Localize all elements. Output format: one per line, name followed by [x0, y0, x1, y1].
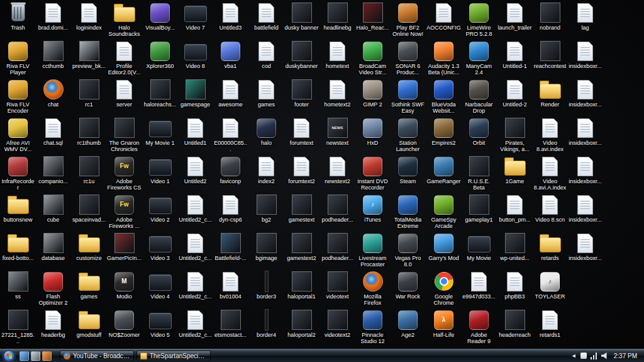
desktop-icon[interactable]: battlefield	[249, 1, 284, 31]
desktop-icon[interactable]: Station Launcher	[391, 116, 425, 152]
desktop-icon[interactable]: GameSpy Arcade	[426, 193, 461, 229]
desktop-icon[interactable]: ♪TOYLASER	[533, 270, 567, 300]
desktop-icon[interactable]: Video 7	[178, 1, 213, 31]
desktop-icon[interactable]: lag	[568, 1, 602, 31]
desktop-icon[interactable]: fixed-botto...	[1, 232, 35, 261]
desktop-icon[interactable]: haloportal1	[284, 270, 319, 300]
desktop-icon[interactable]: Afree AVI WMV DV...	[1, 116, 35, 152]
desktop-icon[interactable]: Untitled2_c...	[178, 270, 213, 300]
desktop-icon[interactable]: retards1	[533, 308, 567, 338]
desktop-icon[interactable]: faviconp	[213, 155, 248, 184]
desktop-icon[interactable]: Instant DVD Recorder	[355, 155, 390, 191]
desktop-icon[interactable]: insidexboxr...	[568, 193, 602, 223]
desktop-icon[interactable]: Narbacular Drop	[462, 78, 496, 114]
desktop-icon[interactable]: Age2	[391, 308, 425, 338]
desktop-icon[interactable]: forumtext2	[284, 155, 319, 184]
desktop-icon[interactable]: HxD	[355, 116, 390, 146]
desktop-icon[interactable]: companio...	[36, 155, 70, 184]
desktop-icon[interactable]: awesome	[213, 78, 248, 108]
desktop-icon[interactable]: headerreach	[497, 308, 532, 338]
clock[interactable]: 2:37 PM	[614, 353, 637, 359]
desktop-icon[interactable]: customize	[72, 232, 106, 261]
desktop-icon[interactable]: Sothink SWF Easy	[391, 78, 425, 114]
desktop-icon[interactable]: bv01004	[213, 270, 248, 300]
desktop-icon[interactable]: ManyCam 2.4	[462, 40, 496, 76]
desktop-icon[interactable]: LimeWire PRO 5.2.8	[462, 1, 496, 37]
desktop-icon[interactable]: launch_trailer	[497, 1, 532, 31]
desktop-icon[interactable]: BroadCam Video Str...	[355, 40, 390, 76]
desktop-icon[interactable]: phpBB3	[497, 270, 532, 300]
desktop-icon[interactable]: Render	[533, 78, 567, 108]
desktop-icon[interactable]: My Movie 1	[143, 116, 177, 146]
desktop-icon[interactable]: The Gnaron Chronicles	[107, 116, 142, 152]
desktop-icon[interactable]: My Movie	[462, 232, 496, 261]
desktop-icon[interactable]: ss	[1, 270, 35, 300]
desktop-icon[interactable]: spaceinvad...	[72, 193, 106, 223]
desktop-icon[interactable]: Untitled2_c...	[178, 232, 213, 261]
desktop-icon[interactable]: Video 8.avi.index	[533, 116, 567, 152]
desktop-icon[interactable]: hometext	[320, 40, 355, 69]
desktop-icon[interactable]: gamespage	[178, 78, 213, 108]
desktop-icon[interactable]: button_pm...	[497, 193, 532, 223]
desktop-icon[interactable]: Orbit	[462, 116, 496, 146]
desktop-icon[interactable]: headlinebg	[320, 1, 355, 31]
quick-launch-icon-2[interactable]	[31, 351, 40, 361]
desktop-icon[interactable]: Trash	[1, 1, 35, 31]
desktop-icon[interactable]: λHalf-Life	[426, 308, 461, 338]
desktop-icon[interactable]: gmodstuff	[72, 308, 106, 338]
taskbar-window-youtube[interactable]: YouTube - Broadcas...	[60, 351, 134, 361]
desktop-icon[interactable]: ♪iTunes	[355, 193, 390, 223]
tray-expand-icon[interactable]: ◄	[571, 353, 577, 359]
quick-launch-icon-1[interactable]	[19, 351, 29, 361]
desktop-icon[interactable]: gamestext	[284, 193, 319, 223]
desktop-icon[interactable]: duskybanner	[284, 40, 319, 69]
desktop-icon[interactable]: Battlefield-...	[213, 232, 248, 261]
desktop-icon[interactable]: rc1u	[72, 155, 106, 184]
desktop-icon[interactable]: games	[249, 78, 284, 108]
desktop-icon[interactable]: VisualBoy...	[143, 1, 177, 31]
desktop-icon[interactable]: cube	[36, 193, 70, 223]
desktop-icon[interactable]: GIMP 2	[355, 78, 390, 108]
desktop-icon[interactable]: 27221_1285...	[1, 308, 35, 344]
desktop-icon[interactable]: Video 1	[143, 155, 177, 184]
desktop-icon[interactable]: bgimage	[249, 232, 284, 261]
desktop-icon[interactable]: gamestext2	[284, 232, 319, 261]
desktop-icon[interactable]: Mozilla Firefox	[355, 270, 390, 306]
desktop-icon[interactable]: Play BF2 Online Now!	[391, 1, 425, 37]
desktop-icon[interactable]: brad.domi...	[36, 1, 70, 31]
desktop-icon[interactable]: Untitled-2	[497, 78, 532, 108]
desktop-icon[interactable]: footer	[284, 78, 319, 108]
desktop-icon[interactable]: Untitled3	[213, 1, 248, 31]
desktop-icon[interactable]: BlueVoda Websit...	[426, 78, 461, 114]
desktop-icon[interactable]: chat.sql	[36, 116, 70, 146]
desktop-icon[interactable]: FwAdobe Fireworks CS	[107, 155, 142, 191]
desktop-icon[interactable]: newstext2	[320, 155, 355, 184]
desktop-icon[interactable]: FwAdobe Fireworks ...	[107, 193, 142, 229]
desktop-icon[interactable]: nobrand	[533, 1, 567, 31]
desktop-icon[interactable]: Halo Soundtracks	[107, 1, 142, 37]
desktop-icon[interactable]: wp-united...	[497, 232, 532, 261]
desktop-icon[interactable]: videotext2	[320, 308, 355, 338]
desktop-icon[interactable]: Untitled-1	[497, 40, 532, 69]
desktop-icon[interactable]: e9947d033...	[462, 270, 496, 300]
desktop-icon[interactable]: rc1thumb	[72, 116, 106, 146]
desktop-icon[interactable]: dyn-csp6	[213, 193, 248, 223]
desktop-icon[interactable]: MModio	[107, 270, 142, 300]
desktop-icon[interactable]: vba1	[213, 40, 248, 69]
desktop-icon[interactable]: insidexboxr...	[568, 155, 602, 184]
desktop-icon[interactable]: Video 2	[143, 193, 177, 223]
desktop-icon[interactable]: insidexboxr...	[568, 40, 602, 69]
desktop-icon[interactable]: halo	[249, 116, 284, 146]
desktop-icon[interactable]: AOCCONFIG	[426, 1, 461, 31]
desktop-icon[interactable]: gameplay1	[462, 193, 496, 223]
desktop-icon[interactable]: forumtext	[284, 116, 319, 146]
desktop-icon[interactable]: bg2	[249, 193, 284, 223]
taskbar-window-spartan-folder[interactable]: TheSpartanSpecialO...	[136, 351, 211, 361]
desktop-icon[interactable]: Halo_Reac...	[355, 1, 390, 31]
desktop-icon[interactable]: Pirates, Vikings, a...	[497, 116, 532, 152]
desktop-icon[interactable]: Google Chrome	[426, 270, 461, 306]
desktop-icon[interactable]: videotext	[320, 270, 355, 300]
desktop-icon[interactable]: chat	[36, 78, 70, 108]
desktop-icon[interactable]: Video 8.scn	[533, 193, 567, 223]
desktop-icon[interactable]: E00000C85...	[213, 116, 248, 152]
